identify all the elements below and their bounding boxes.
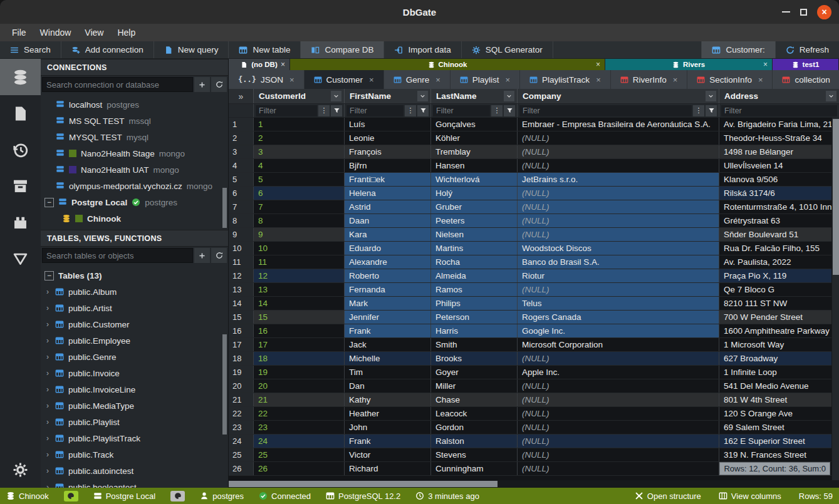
grid-cell[interactable]: 8: [254, 214, 345, 227]
grid-cell[interactable]: Gordon: [431, 421, 518, 434]
grid-cell[interactable]: Stevens: [431, 448, 518, 461]
grid-cell[interactable]: UllevÍlsveien 14: [719, 159, 839, 172]
grid-cell[interactable]: Telus: [518, 297, 719, 310]
grid-cell[interactable]: 13: [254, 283, 345, 296]
column-header-customerid[interactable]: CustomerId: [254, 89, 345, 103]
close-icon[interactable]: ×: [673, 75, 678, 85]
tab-genre[interactable]: Genre×: [384, 70, 451, 89]
chevron-right-icon[interactable]: ›: [44, 369, 51, 378]
grid-cell[interactable]: 6: [254, 187, 345, 200]
rail-files[interactable]: [0, 95, 41, 131]
row-number[interactable]: 1: [229, 118, 254, 131]
grid-cell[interactable]: 22: [254, 407, 345, 420]
grid-cell[interactable]: Rua Dr. Falcăo Filho, 155: [719, 242, 839, 255]
row-number[interactable]: 8: [229, 214, 254, 227]
grid-cell[interactable]: Martins: [431, 242, 518, 255]
tab-json[interactable]: {..}JSON×: [229, 70, 305, 89]
grid-cell[interactable]: Gruber: [431, 200, 518, 213]
grid-cell[interactable]: Kathy: [345, 393, 431, 406]
tab-sectioninfo[interactable]: SectionInfo×: [687, 70, 773, 89]
row-number[interactable]: 12: [229, 269, 254, 282]
grid-cell[interactable]: Wichterlová: [431, 173, 518, 186]
toolbar-add-connection[interactable]: Add connection: [61, 41, 154, 58]
row-number[interactable]: 16: [229, 324, 254, 337]
grid-cell[interactable]: 7: [254, 200, 345, 213]
tab-group-rivers[interactable]: Rivers×: [605, 59, 773, 70]
grid-cell[interactable]: 162 E Superior Street: [719, 435, 839, 448]
grid-cell[interactable]: Klanova 9/506: [719, 173, 839, 186]
row-number[interactable]: 10: [229, 242, 254, 255]
tab-customer[interactable]: Customer×: [305, 70, 384, 89]
grid-cell[interactable]: 12: [254, 269, 345, 282]
grid-cell[interactable]: Daan: [345, 214, 431, 227]
column-menu-button[interactable]: [504, 91, 514, 101]
column-header-lastname[interactable]: LastName: [431, 89, 518, 103]
grid-cell[interactable]: (NULL): [518, 200, 719, 213]
toolbar-customer[interactable]: Customer:: [701, 41, 774, 58]
row-number[interactable]: 14: [229, 297, 254, 310]
grid-cell[interactable]: Apple Inc.: [518, 366, 719, 379]
row-number[interactable]: 4: [229, 159, 254, 172]
grid-cell[interactable]: (NULL): [518, 131, 719, 145]
grid-cell[interactable]: 8210 111 ST NW: [719, 297, 839, 310]
grid-cell[interactable]: Chase: [431, 393, 518, 406]
grid-cell[interactable]: 16: [254, 324, 345, 337]
toolbar-import-data[interactable]: Import data: [384, 41, 461, 58]
sidebar-table-public-booleantest[interactable]: ›public.booleantest: [41, 479, 228, 488]
sidebar-table-public-invoice[interactable]: ›public.Invoice: [41, 365, 228, 381]
sidebar-table-public-genre[interactable]: ›public.Genre: [41, 349, 228, 365]
grid-cell[interactable]: Cunningham: [431, 462, 518, 475]
add-table-icon-button[interactable]: [194, 248, 210, 263]
grid-cell[interactable]: Luís: [345, 118, 431, 131]
grid-cell[interactable]: 2: [254, 131, 345, 145]
rail-settings[interactable]: [0, 451, 41, 488]
grid-cell[interactable]: Rotenturmstraße 4, 1010 Innere Stadt: [719, 200, 839, 213]
status-postgresql-12-2[interactable]: PostgreSQL 12.2: [326, 491, 400, 501]
grid-cell[interactable]: Gonçalves: [431, 118, 518, 131]
tables-search-input[interactable]: [42, 248, 193, 263]
chevron-right-icon[interactable]: ›: [44, 320, 51, 329]
menu-view[interactable]: View: [78, 28, 110, 38]
grid-cell[interactable]: Ralston: [431, 435, 518, 448]
grid-cell[interactable]: Franti□ek: [345, 173, 431, 186]
grid-cell[interactable]: Google Inc.: [518, 324, 719, 337]
toolbar-new-query[interactable]: New query: [154, 41, 229, 58]
tab-playlist[interactable]: Playlist×: [451, 70, 520, 89]
status-view-columns[interactable]: View columns: [719, 491, 781, 501]
grid-cell[interactable]: Rogers Canada: [518, 311, 719, 324]
status-theme-chip[interactable]: [64, 491, 78, 501]
column-menu-button[interactable]: [706, 91, 716, 101]
close-icon[interactable]: ×: [596, 60, 600, 69]
status-connected[interactable]: Connected: [259, 491, 311, 501]
grid-cell[interactable]: (NULL): [518, 435, 719, 448]
grid-cell[interactable]: 627 Broadway: [719, 352, 839, 365]
row-number[interactable]: 3: [229, 145, 254, 158]
chevron-right-icon[interactable]: ›: [44, 304, 51, 312]
chevron-right-icon[interactable]: ›: [44, 418, 51, 426]
grid-cell[interactable]: Nielsen: [431, 228, 518, 241]
grid-cell[interactable]: Goyer: [431, 366, 518, 379]
grid-cell[interactable]: Av. Brigadeiro Faria Lima, 2170: [719, 118, 839, 131]
chevron-right-icon[interactable]: ›: [44, 434, 51, 443]
row-number[interactable]: 22: [229, 407, 254, 420]
horizontal-scrollbar[interactable]: [229, 480, 839, 488]
grid-cell[interactable]: Philips: [431, 297, 518, 310]
connection-localhost[interactable]: localhostpostgres: [41, 96, 228, 113]
close-button[interactable]: ×: [817, 5, 831, 19]
toolbar-compare-db[interactable]: Compare DB: [301, 41, 384, 58]
grid-cell[interactable]: 15: [254, 311, 345, 324]
grid-cell[interactable]: 541 Del Medio Avenue: [719, 379, 839, 393]
grid-cell[interactable]: 1600 Amphitheatre Parkway: [719, 324, 839, 337]
funnel-icon[interactable]: [331, 105, 342, 116]
grid-cell[interactable]: Leonie: [345, 131, 431, 145]
grid-cell[interactable]: 26: [254, 462, 345, 475]
grid-cell[interactable]: Astrid: [345, 200, 431, 213]
grid-cell[interactable]: Peeters: [431, 214, 518, 227]
filter-input-customerid[interactable]: [256, 105, 317, 116]
rail-archive[interactable]: [0, 168, 41, 204]
grid-cell[interactable]: Tremblay: [431, 145, 518, 158]
row-number[interactable]: 23: [229, 421, 254, 434]
row-number[interactable]: 25: [229, 448, 254, 461]
row-number[interactable]: 21: [229, 393, 254, 406]
toolbar-search[interactable]: Search: [0, 41, 61, 58]
